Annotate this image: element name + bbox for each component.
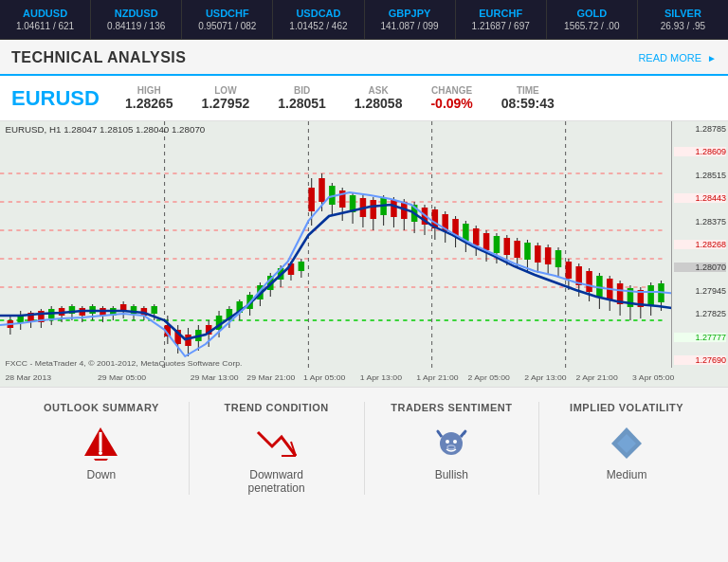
read-more-link[interactable]: READ MORE ► xyxy=(638,52,717,63)
outlook-icon xyxy=(19,423,184,461)
ticker-item-usdcad[interactable]: USDCAD1.01452 / 462 xyxy=(273,0,364,39)
svg-rect-82 xyxy=(371,200,377,219)
ticker-item-eurchf[interactable]: EURCHF1.21687 / 697 xyxy=(456,0,547,39)
price-level-8: 1.27945 xyxy=(674,286,726,296)
stat-high: HIGH 1.28265 xyxy=(125,85,173,111)
svg-rect-72 xyxy=(318,178,325,202)
svg-text:2 Apr 13:00: 2 Apr 13:00 xyxy=(524,372,567,382)
svg-text:1 Apr 21:00: 1 Apr 21:00 xyxy=(416,372,459,382)
svg-rect-70 xyxy=(308,188,315,211)
svg-rect-116 xyxy=(545,247,552,264)
analysis-indicators: OUTLOOK SUMMARY Down TREND CONDITION xyxy=(19,402,709,495)
indicator-volatility: IMPLIED VOLATILITY Medium xyxy=(544,402,709,481)
svg-rect-106 xyxy=(494,236,500,253)
svg-text:29 Mar 13:00: 29 Mar 13:00 xyxy=(191,372,239,382)
svg-rect-112 xyxy=(524,243,531,260)
svg-rect-102 xyxy=(473,228,480,245)
price-level-6: 1.28268 xyxy=(674,240,726,249)
svg-text:EURUSD, H1  1.28047 1.28105 1.: EURUSD, H1 1.28047 1.28105 1.28040 1.280… xyxy=(5,125,205,135)
price-level-5: 1.28375 xyxy=(674,217,726,227)
svg-rect-110 xyxy=(514,241,520,258)
svg-point-160 xyxy=(453,440,457,444)
stat-ask: ASK 1.28058 xyxy=(355,85,403,111)
svg-rect-108 xyxy=(504,238,511,255)
svg-rect-118 xyxy=(555,250,562,267)
ticker-item-gbpjpy[interactable]: GBPJPY141.087 / 099 xyxy=(365,0,456,39)
svg-rect-126 xyxy=(596,276,603,297)
svg-rect-0 xyxy=(0,121,728,387)
svg-point-154 xyxy=(99,451,102,455)
price-level-4: 1.28443 xyxy=(674,193,726,203)
divider-2 xyxy=(364,402,365,495)
svg-text:1 Apr 13:00: 1 Apr 13:00 xyxy=(360,372,403,382)
svg-point-159 xyxy=(446,440,449,444)
volatility-icon xyxy=(544,423,709,461)
price-level-7: 1.28070 xyxy=(674,263,726,272)
indicator-trend: TREND CONDITION Downward penetration xyxy=(194,402,359,495)
ticker-item-gold[interactable]: GOLD1565.72 / .00 xyxy=(547,0,638,39)
svg-rect-104 xyxy=(483,233,490,250)
svg-rect-40 xyxy=(151,306,157,314)
divider-1 xyxy=(189,402,190,495)
svg-text:3 Apr 05:00: 3 Apr 05:00 xyxy=(632,372,675,382)
arrow-icon: ► xyxy=(707,53,717,63)
chart-svg: EURUSD, H1 1.28047 1.28105 1.28040 1.280… xyxy=(0,121,728,387)
stat-change: CHANGE -0.09% xyxy=(430,85,472,111)
ticker-bar: AUDUSD1.04611 / 621NZDUSD0.84119 / 136US… xyxy=(0,0,728,40)
sentiment-icon xyxy=(370,423,535,461)
ticker-item-silver[interactable]: SILVER26.93 / .95 xyxy=(638,0,728,39)
ticker-item-nzdusd[interactable]: NZDUSD0.84119 / 136 xyxy=(91,0,182,39)
ticker-item-usdchf[interactable]: USDCHF0.95071 / 082 xyxy=(182,0,273,39)
ticker-item-audusd[interactable]: AUDUSD1.04611 / 621 xyxy=(0,0,91,39)
instrument-name: EURUSD xyxy=(11,86,106,111)
stat-low: LOW 1.27952 xyxy=(202,85,250,111)
instrument-stats: HIGH 1.28265 LOW 1.27952 BID 1.28051 ASK… xyxy=(125,85,717,111)
stat-bid: BID 1.28051 xyxy=(278,85,326,111)
svg-text:28 Mar 2013: 28 Mar 2013 xyxy=(5,372,51,382)
trend-icon xyxy=(194,423,359,461)
svg-rect-124 xyxy=(586,271,592,292)
price-level-9: 1.27825 xyxy=(674,309,726,318)
price-level-1: 1.28785 xyxy=(674,124,726,134)
indicator-outlook: OUTLOOK SUMMARY Down xyxy=(19,402,184,481)
svg-rect-100 xyxy=(463,224,469,241)
chart-container: EURUSD, H1 1.28047 1.28105 1.28040 1.280… xyxy=(0,121,728,387)
svg-text:29 Mar 21:00: 29 Mar 21:00 xyxy=(246,372,295,382)
indicator-sentiment: TRADERS SENTIMENT Bullish xyxy=(370,402,535,481)
technical-analysis-header: TECHNICAL ANALYSIS READ MORE ► xyxy=(0,40,728,76)
svg-rect-136 xyxy=(647,285,654,306)
svg-text:2 Apr 05:00: 2 Apr 05:00 xyxy=(468,372,511,382)
svg-text:29 Mar 05:00: 29 Mar 05:00 xyxy=(98,372,146,382)
analysis-bottom: OUTLOOK SUMMARY Down TREND CONDITION xyxy=(0,387,728,509)
svg-rect-86 xyxy=(391,200,397,217)
divider-3 xyxy=(538,402,539,495)
section-title: TECHNICAL ANALYSIS xyxy=(11,49,186,66)
svg-text:FXCC - MetaTrader 4, © 2001-20: FXCC - MetaTrader 4, © 2001-2012, MetaQu… xyxy=(5,358,242,368)
price-level-10: 1.27777 xyxy=(674,333,726,342)
instrument-header: EURUSD HIGH 1.28265 LOW 1.27952 BID 1.28… xyxy=(0,76,728,121)
svg-rect-114 xyxy=(535,245,541,263)
price-level-3: 1.28515 xyxy=(674,171,726,180)
svg-rect-68 xyxy=(299,262,305,271)
svg-rect-120 xyxy=(566,262,573,279)
svg-text:1 Apr 05:00: 1 Apr 05:00 xyxy=(303,372,346,382)
price-level-2: 1.28609 xyxy=(674,147,726,156)
price-level-11: 1.27690 xyxy=(674,355,726,365)
svg-marker-155 xyxy=(94,459,108,461)
svg-text:2 Apr 21:00: 2 Apr 21:00 xyxy=(575,372,618,382)
stat-time: TIME 08:59:43 xyxy=(501,85,555,111)
